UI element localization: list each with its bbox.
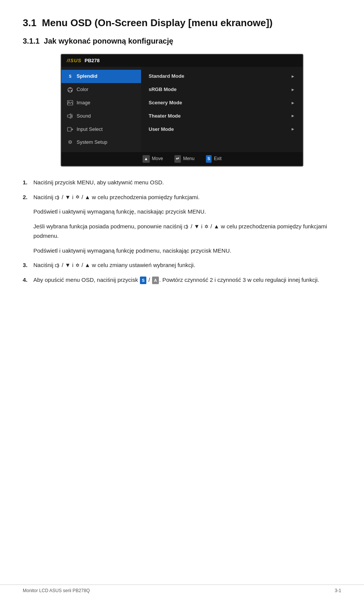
svg-marker-10 <box>55 264 58 267</box>
svg-point-1 <box>70 88 71 89</box>
move-icon: ▲ <box>143 155 150 163</box>
submenu-label-standard: Standard Mode <box>149 72 184 80</box>
instruction-4: Jeśli wybrana funkcja posiada podmenu, p… <box>23 222 341 241</box>
menu-item-label-sound: Sound <box>77 112 91 120</box>
osd-body: S Splendid Color Image <box>61 67 303 152</box>
svg-rect-7 <box>67 127 71 131</box>
svg-marker-6 <box>67 114 71 118</box>
submenu-item-user[interactable]: User Mode ► <box>141 123 303 136</box>
osd-footer: ▲ Move ↵ Menu S Exit <box>61 152 303 166</box>
instruction-1-text: Naciśnij przycisk MENU, aby uaktywnić me… <box>33 178 164 187</box>
exit-icon: S <box>206 155 212 163</box>
osd-model: PB278 <box>85 57 100 65</box>
section-number: 3.1 <box>23 17 36 28</box>
instruction-2: 2. Naciśnij / ▼ i / ▲ w celu przechodzen… <box>23 193 341 202</box>
subsection-number: 3.1.1 <box>23 37 39 45</box>
osd-submenu-right: Standard Mode ► sRGB Mode ► Scenery Mode… <box>141 67 303 152</box>
instruction-3-num <box>23 207 30 217</box>
instructions-section: 1. Naciśnij przycisk MENU, aby uaktywnić… <box>23 178 341 285</box>
submenu-label-user: User Mode <box>149 126 174 134</box>
instruction-5-text: Podświetl i uaktywnij wymaganą funkcję p… <box>33 246 231 256</box>
menu-item-label-system-setup: System Setup <box>77 138 107 146</box>
menu-item-system-setup[interactable]: System Setup <box>61 136 141 149</box>
menu-item-input-select[interactable]: Input Select <box>61 123 141 136</box>
section-title: 3.1 Menu OSD (On-Screen Display [menu ek… <box>23 15 341 31</box>
menu-item-label-color: Color <box>77 86 88 94</box>
instruction-7-text: Aby opuścić menu OSD, naciśnij przycisk … <box>33 275 319 285</box>
submenu-arrow-theater: ► <box>291 113 295 119</box>
menu-item-sound[interactable]: Sound <box>61 110 141 123</box>
osd-header: /ISUS PB278 <box>61 55 303 67</box>
instruction-4-num <box>23 222 30 241</box>
subsection-title-text: Jak wykonać ponowną konfigurację <box>44 37 173 45</box>
submenu-item-scenery[interactable]: Scenery Mode ► <box>141 96 303 110</box>
submenu-label-srgb: sRGB Mode <box>149 86 177 94</box>
submenu-label-scenery: Scenery Mode <box>149 99 182 107</box>
instruction-4-text: Jeśli wybrana funkcja posiada podmenu, p… <box>33 222 341 241</box>
input-select-icon <box>67 126 74 133</box>
instruction-3: Podświetl i uaktywnij wymaganą funkcję, … <box>23 207 341 217</box>
submenu-item-theater[interactable]: Theater Mode ► <box>141 110 303 123</box>
submenu-item-srgb[interactable]: sRGB Mode ► <box>141 83 303 96</box>
footer-exit: S Exit <box>206 155 221 163</box>
system-setup-icon <box>67 139 74 146</box>
submenu-label-theater: Theater Mode <box>149 112 181 120</box>
osd-screenshot: /ISUS PB278 S Splendid Color <box>61 54 303 167</box>
menu-icon: ↵ <box>174 155 181 163</box>
menu-item-label-input-select: Input Select <box>77 126 103 134</box>
menu-item-label-image: Image <box>77 99 90 107</box>
sound-icon <box>67 113 74 119</box>
svg-point-3 <box>69 90 70 91</box>
osd-menu-left: S Splendid Color Image <box>61 67 141 152</box>
exit-label: Exit <box>214 155 221 162</box>
instruction-5-num <box>23 246 30 256</box>
instruction-7: 4. Aby opuścić menu OSD, naciśnij przyci… <box>23 275 341 285</box>
instruction-2-num: 2. <box>23 193 30 202</box>
instruction-1-num: 1. <box>23 178 30 187</box>
svg-marker-9 <box>184 225 187 229</box>
color-icon <box>67 86 74 93</box>
instruction-6: 3. Naciśnij / ▼ i / ▲ w celu zmiany usta… <box>23 261 341 270</box>
submenu-item-standard[interactable]: Standard Mode ► <box>141 70 303 83</box>
footer-move: ▲ Move <box>143 155 163 163</box>
footer-menu: ↵ Menu <box>174 155 195 163</box>
section-title-text: Menu OSD (On-Screen Display [menu ekrano… <box>42 17 273 28</box>
splendid-icon: S <box>67 73 74 80</box>
menu-label: Menu <box>183 155 195 162</box>
footer-left: Monitor LCD ASUS serii PB278Q <box>23 587 90 594</box>
page-footer: Monitor LCD ASUS serii PB278Q 3-1 <box>0 585 364 594</box>
menu-item-splendid[interactable]: S Splendid <box>61 70 141 83</box>
menu-item-image[interactable]: Image <box>61 96 141 110</box>
instruction-7-num: 4. <box>23 275 30 285</box>
submenu-arrow-srgb: ► <box>291 86 295 93</box>
svg-point-5 <box>68 102 69 102</box>
instruction-6-num: 3. <box>23 261 30 270</box>
subsection-title: 3.1.1 Jak wykonać ponowną konfigurację <box>23 35 341 47</box>
menu-item-label-splendid: Splendid <box>77 72 97 80</box>
instruction-6-text: Naciśnij / ▼ i / ▲ w celu zmiany ustawie… <box>33 261 195 270</box>
footer-right: 3-1 <box>335 587 341 594</box>
submenu-arrow-scenery: ► <box>291 100 295 107</box>
submenu-arrow-user: ► <box>291 126 295 133</box>
submenu-arrow-standard: ► <box>291 73 295 80</box>
move-label: Move <box>152 155 163 162</box>
instruction-2-text: Naciśnij / ▼ i / ▲ w celu przechodzenia … <box>33 193 200 202</box>
instruction-1: 1. Naciśnij przycisk MENU, aby uaktywnić… <box>23 178 341 187</box>
svg-point-2 <box>71 90 72 91</box>
instruction-3-text: Podświetl i uaktywnij wymaganą funkcję, … <box>33 207 206 217</box>
svg-marker-8 <box>55 196 58 200</box>
menu-item-color[interactable]: Color <box>61 83 141 96</box>
image-icon <box>67 99 74 106</box>
instruction-5: Podświetl i uaktywnij wymaganą funkcję p… <box>23 246 341 256</box>
asus-logo: /ISUS <box>67 57 82 65</box>
